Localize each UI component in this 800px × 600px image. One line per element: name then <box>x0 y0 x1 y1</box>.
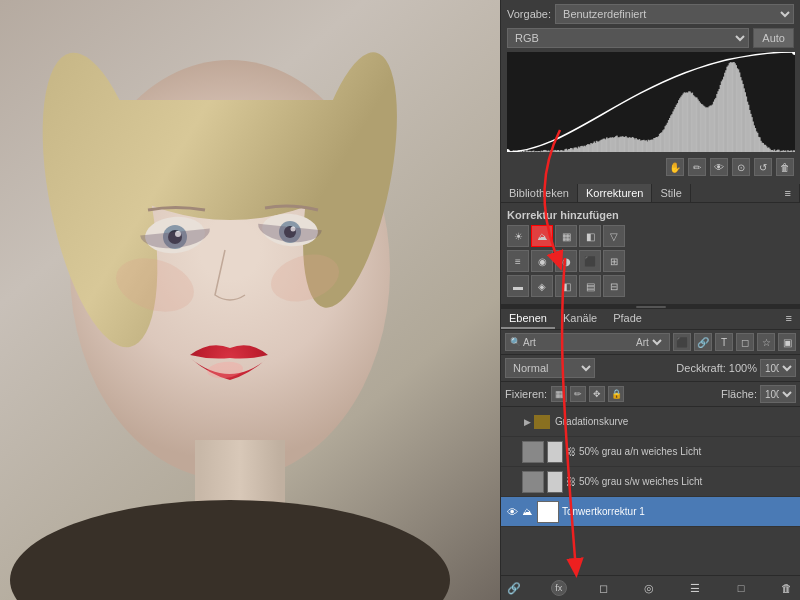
curve-trash-icon[interactable]: 🗑 <box>776 158 794 176</box>
tab-kanale[interactable]: Kanäle <box>555 309 605 329</box>
curve-target-icon[interactable]: ⊙ <box>732 158 750 176</box>
layer-item[interactable]: ▶ Gradationskurve <box>501 407 800 437</box>
layer-item[interactable]: ⛓ 50% grau s/w weiches Licht <box>501 467 800 497</box>
layer-name: 50% grau a/n weiches Licht <box>579 446 796 457</box>
layer-mask-thumbnail <box>547 471 563 493</box>
gradientmap-icon[interactable]: ▬ <box>507 275 529 297</box>
blend-opacity-row: Normal Deckkraft: 100% 100% <box>501 355 800 382</box>
exposure-icon[interactable]: ◧ <box>579 225 601 247</box>
lock-transparent-icon[interactable]: ▦ <box>551 386 567 402</box>
flache-label: Fläche: <box>721 388 757 400</box>
layer-name: 50% grau s/w weiches Licht <box>579 476 796 487</box>
add-mask-icon[interactable]: ◻ <box>595 579 613 597</box>
tab-pfade[interactable]: Pfade <box>605 309 650 329</box>
lock-all-icon[interactable]: 🔒 <box>608 386 624 402</box>
tab-ebenen[interactable]: Ebenen <box>501 309 555 329</box>
new-layer-icon[interactable]: □ <box>732 579 750 597</box>
flache-select[interactable]: 100% <box>760 385 796 403</box>
tab-stile[interactable]: Stile <box>652 184 690 202</box>
corrections-icons-row3: ▬ ◈ ◧ ▤ ⊟ <box>507 275 794 297</box>
curve-reset-icon[interactable]: ↺ <box>754 158 772 176</box>
layer-style-icon[interactable]: fx <box>551 580 567 596</box>
auto-button[interactable]: Auto <box>753 28 794 48</box>
folder-icon <box>534 415 550 429</box>
opacity-label: Deckkraft: <box>676 362 726 374</box>
layers-tabs-row: Ebenen Kanäle Pfade ≡ <box>501 309 800 330</box>
selectivecolor-icon[interactable]: ◈ <box>531 275 553 297</box>
vibrance-icon[interactable]: ▽ <box>603 225 625 247</box>
layer-name: Gradationskurve <box>555 416 796 427</box>
preset-label: Vorgabe: <box>507 8 551 20</box>
channelmixer-icon[interactable]: ⊞ <box>603 250 625 272</box>
layer-thumbnail <box>522 441 544 463</box>
panel-close-icon[interactable]: ≡ <box>777 184 800 202</box>
corrections-title: Korrektur hinzufügen <box>507 209 794 221</box>
layer-name: Tonwertkorrektur 1 <box>562 506 796 517</box>
curves-panel: Vorgabe: Benutzerdefiniert RGB Auto ✋ ✏ … <box>501 0 800 184</box>
posterize-icon[interactable]: ▤ <box>579 275 601 297</box>
chain-icon: ⛓ <box>566 446 576 457</box>
layer-item[interactable]: ⛓ 50% grau a/n weiches Licht <box>501 437 800 467</box>
panel-tabs-row: Bibliotheken Korrekturen Stile ≡ <box>501 184 800 203</box>
layer-new-group-icon[interactable]: ⬛ <box>673 333 691 351</box>
layers-toolbar: 🔍 Art ⬛ 🔗 T ◻ ☆ ▣ <box>501 330 800 355</box>
brightness-icon[interactable]: ☀ <box>507 225 529 247</box>
new-group-icon[interactable]: ☰ <box>686 579 704 597</box>
layer-link-icon[interactable]: 🔗 <box>694 333 712 351</box>
eye-icon[interactable] <box>505 415 519 429</box>
layer-thumbnail <box>522 471 544 493</box>
invert-icon[interactable]: ⊟ <box>603 275 625 297</box>
layer-shape-icon[interactable]: ◻ <box>736 333 754 351</box>
layer-text-icon[interactable]: T <box>715 333 733 351</box>
blend-mode-select[interactable]: Normal <box>505 358 595 378</box>
curves-add-icon[interactable]: ⛰ <box>531 225 553 247</box>
preset-select[interactable]: Benutzerdefiniert <box>555 4 794 24</box>
opacity-select[interactable]: 100% <box>760 359 796 377</box>
colorbalance-icon[interactable]: ◉ <box>531 250 553 272</box>
new-adjustment-icon[interactable]: ◎ <box>640 579 658 597</box>
curve-hand-icon[interactable]: ✋ <box>666 158 684 176</box>
search-icon: 🔍 <box>510 337 521 347</box>
layer-type-select[interactable]: Art <box>632 334 665 350</box>
layer-smart-icon[interactable]: ☆ <box>757 333 775 351</box>
chain-icon: ⛓ <box>566 476 576 487</box>
corrections-icons-row1: ☀ ⛰ ▦ ◧ ▽ <box>507 225 794 247</box>
hsl-icon[interactable]: ≡ <box>507 250 529 272</box>
layer-thumbnail <box>537 501 559 523</box>
layers-bottom-toolbar: 🔗 fx ◻ ◎ ☰ □ 🗑 <box>501 575 800 600</box>
histogram-graph <box>507 52 794 152</box>
curve-pencil-icon[interactable]: ✏ <box>688 158 706 176</box>
layer-search-input[interactable] <box>523 337 632 348</box>
layers-menu-icon[interactable]: ≡ <box>778 309 800 329</box>
threshold-icon[interactable]: ◧ <box>555 275 577 297</box>
curve-icon-row: ✋ ✏ 👁 ⊙ ↺ 🗑 <box>507 156 794 178</box>
layer-filter-icon[interactable]: ▣ <box>778 333 796 351</box>
photofilter-icon[interactable]: ⬛ <box>579 250 601 272</box>
layer-list: ▶ Gradationskurve ⛓ 50% grau a/n weiches… <box>501 407 800 575</box>
eye-icon[interactable]: 👁 <box>505 505 519 519</box>
photo-canvas <box>0 0 500 600</box>
delete-layer-icon[interactable]: 🗑 <box>778 579 796 597</box>
link-layers-icon[interactable]: 🔗 <box>505 579 523 597</box>
tab-korrekturen[interactable]: Korrekturen <box>578 184 652 202</box>
eye-icon[interactable] <box>505 475 519 489</box>
layer-item-active[interactable]: 👁 ⛰ Tonwertkorrektur 1 <box>501 497 800 527</box>
corrections-panel: Korrektur hinzufügen ☀ ⛰ ▦ ◧ ▽ ≡ ◉ ◑ ⬛ ⊞… <box>501 205 800 305</box>
tab-bibliotheken[interactable]: Bibliotheken <box>501 184 578 202</box>
eye-icon[interactable] <box>505 445 519 459</box>
lock-label: Fixieren: <box>505 388 547 400</box>
channel-select[interactable]: RGB <box>507 28 749 48</box>
layer-search-box[interactable]: 🔍 Art <box>505 333 670 351</box>
lock-move-icon[interactable]: ✥ <box>589 386 605 402</box>
layer-mask-thumbnail <box>547 441 563 463</box>
corrections-icons-row2: ≡ ◉ ◑ ⬛ ⊞ <box>507 250 794 272</box>
levels-icon[interactable]: ▦ <box>555 225 577 247</box>
opacity-value: 100% <box>729 362 757 374</box>
curve-eye-icon[interactable]: 👁 <box>710 158 728 176</box>
adjustment-icon: ⛰ <box>522 506 532 517</box>
bw-icon[interactable]: ◑ <box>555 250 577 272</box>
layers-panel: Ebenen Kanäle Pfade ≡ 🔍 Art ⬛ 🔗 T ◻ ☆ ▣ <box>501 309 800 600</box>
right-panel: Vorgabe: Benutzerdefiniert RGB Auto ✋ ✏ … <box>500 0 800 600</box>
group-expand-arrow[interactable]: ▶ <box>524 417 531 427</box>
lock-paint-icon[interactable]: ✏ <box>570 386 586 402</box>
